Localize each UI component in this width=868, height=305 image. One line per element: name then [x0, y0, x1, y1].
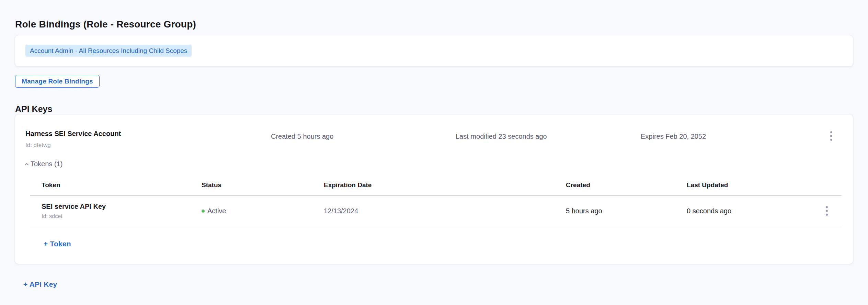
column-header-created: Created [566, 181, 687, 189]
chevron-up-icon [24, 161, 30, 167]
api-key-card: Harness SEI Service Account Id: dfetwg C… [15, 115, 853, 264]
api-key-name: Harness SEI Service Account [25, 130, 121, 138]
column-header-status: Status [202, 181, 324, 189]
column-header-last-updated: Last Updated [687, 181, 831, 189]
api-keys-heading: API Keys [15, 104, 52, 114]
role-bindings-card: Account Admin - All Resources Including … [15, 35, 853, 66]
api-key-menu-button[interactable] [827, 128, 836, 144]
tokens-table-header: Token Status Expiration Date Created Las… [30, 175, 842, 196]
role-binding-badge[interactable]: Account Admin - All Resources Including … [25, 45, 192, 57]
manage-role-bindings-button[interactable]: Manage Role Bindings [15, 75, 100, 88]
token-id: Id: sdcet [42, 213, 202, 219]
tokens-table: Token Status Expiration Date Created Las… [30, 175, 842, 226]
token-last-updated: 0 seconds ago [687, 207, 831, 215]
column-header-expiration-date: Expiration Date [324, 181, 566, 189]
api-key-id: Id: dfetwg [25, 142, 51, 149]
token-table-row: SEI service API Key Id: sdcet Active 12/… [30, 196, 842, 226]
token-expiration-date: 12/13/2024 [324, 207, 566, 215]
column-header-token: Token [30, 181, 202, 189]
token-status: Active [207, 207, 226, 215]
api-key-last-modified: Last modified 23 seconds ago [456, 133, 547, 140]
api-key-expires: Expires Feb 20, 2052 [641, 133, 706, 140]
kebab-menu-icon [830, 131, 832, 133]
status-active-dot-icon [202, 210, 205, 213]
token-created: 5 hours ago [566, 207, 687, 215]
kebab-menu-icon [826, 206, 828, 208]
add-token-button[interactable]: + Token [42, 238, 73, 249]
add-api-key-button[interactable]: + API Key [21, 279, 59, 290]
tokens-toggle-label: Tokens (1) [31, 160, 62, 168]
page-title: Role Bindings (Role - Resource Group) [15, 19, 196, 30]
api-key-created: Created 5 hours ago [271, 133, 333, 140]
tokens-expand-toggle[interactable]: Tokens (1) [24, 160, 62, 168]
token-name: SEI service API Key [42, 203, 202, 211]
token-menu-button[interactable] [822, 203, 831, 218]
